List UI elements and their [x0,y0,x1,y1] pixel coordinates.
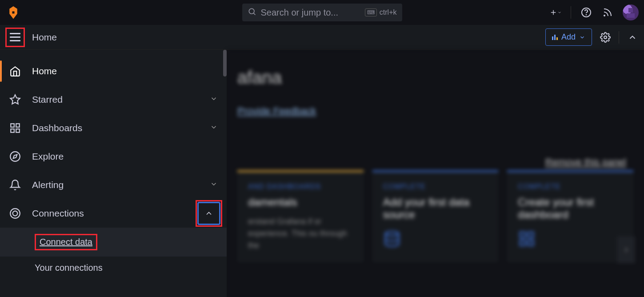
sidebar-item-dashboards[interactable]: Dashboards [0,114,227,142]
svg-marker-13 [10,95,20,104]
sidebar: Home Starred Dashboards Explore Alerting [0,50,227,297]
svg-rect-9 [520,232,525,237]
svg-point-6 [604,15,605,16]
remove-panel-link[interactable]: Remove this panel [545,157,626,168]
svg-point-0 [249,8,254,14]
star-icon [9,93,21,106]
svg-rect-15 [16,124,20,127]
rss-icon[interactable] [601,6,614,19]
page-title: afana [237,68,633,88]
menu-toggle-button[interactable] [5,28,25,47]
svg-marker-19 [13,155,17,159]
add-menu-button[interactable] [549,6,562,19]
svg-rect-12 [528,240,534,245]
sidebar-item-home[interactable]: Home [0,57,227,85]
sidebar-item-alerting[interactable]: Alerting [0,171,227,199]
compass-icon [9,150,21,163]
divider [571,6,571,19]
dashboards-icon [9,122,21,134]
chevron-down-icon[interactable] [210,180,218,190]
svg-rect-10 [528,232,534,237]
grafana-logo-icon[interactable] [5,4,21,20]
hamburger-icon [10,33,20,41]
svg-point-8 [385,231,399,236]
svg-rect-17 [16,129,20,132]
search-icon [248,7,256,18]
svg-point-5 [586,15,587,15]
database-icon [383,230,488,249]
avatar[interactable] [623,4,639,20]
search-placeholder: Search or jump to... [261,8,339,18]
collapse-toggle[interactable] [197,202,220,225]
svg-point-18 [10,152,20,161]
divider [619,31,619,44]
sidebar-subitem-connect-data[interactable]: Connect data [0,228,227,257]
card-datasource[interactable]: COMPLETE Add your first data source [372,170,499,262]
home-icon [9,65,21,77]
sidebar-subitem-label: Connect data [40,237,92,247]
sidebar-item-label: Starred [32,94,210,105]
help-icon[interactable] [580,6,592,19]
settings-icon[interactable] [599,31,612,44]
svg-rect-16 [11,129,14,132]
topbar: Search or jump to... ⌨ ctrl+k [0,0,644,25]
sidebar-subitem-your-connections[interactable]: Your connections [0,257,227,279]
sidebar-item-connections[interactable]: Connections [0,199,227,228]
svg-point-21 [13,211,18,216]
panel-icon [552,35,558,40]
card-dashboard[interactable]: COMPLETE Create your first dashboard [507,170,633,262]
connections-icon [9,207,21,220]
topbar-right [549,4,639,20]
chevron-down-icon [579,34,585,40]
sidebar-item-explore[interactable]: Explore [0,142,227,171]
breadcrumb[interactable]: Home [32,32,57,43]
search-input[interactable]: Search or jump to... ⌨ ctrl+k [242,4,402,21]
sidebar-item-label: Alerting [32,180,210,190]
keyboard-icon: ⌨ [365,8,377,16]
sidebar-item-label: Home [32,66,218,76]
svg-line-1 [253,13,255,15]
scroll-right-button[interactable] [617,237,635,263]
bell-icon [9,179,21,191]
feedback-link[interactable]: Provide Feedback [237,105,316,116]
cards-row: AND DASHBOARDS damentals erstand Grafana… [237,170,633,262]
svg-point-7 [604,36,607,39]
chevron-up-icon [204,209,213,218]
sidebar-item-label: Explore [32,151,218,162]
main-content: afana Provide Feedback Remove this panel… [227,50,644,297]
sidebar-item-label: Dashboards [32,123,210,133]
svg-point-20 [10,209,20,218]
card-tutorial[interactable]: AND DASHBOARDS damentals erstand Grafana… [237,170,364,262]
header-right: Add [545,28,639,46]
grid-icon [518,230,623,249]
svg-rect-11 [520,240,525,245]
highlight-box: Connect data [35,234,97,250]
svg-rect-14 [11,124,14,127]
chevron-down-icon[interactable] [210,123,218,133]
add-button[interactable]: Add [545,28,592,46]
sidebar-item-starred[interactable]: Starred [0,85,227,114]
header-row: Home Add [0,25,644,50]
collapse-icon[interactable] [626,31,639,44]
chevron-down-icon[interactable] [210,94,218,105]
search-shortcut: ⌨ ctrl+k [365,8,397,16]
sidebar-subitem-label: Your connections [35,263,103,273]
sidebar-item-label: Connections [32,208,218,219]
